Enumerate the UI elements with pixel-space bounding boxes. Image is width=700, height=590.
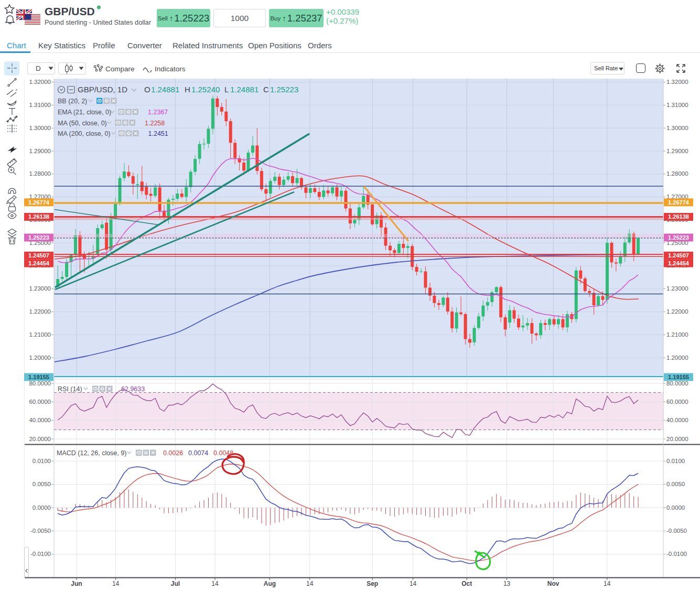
svg-text:13: 13 bbox=[503, 580, 511, 587]
svg-text:62.9633: 62.9633 bbox=[121, 385, 145, 393]
svg-text:14: 14 bbox=[112, 580, 120, 587]
svg-text:1.32000: 1.32000 bbox=[666, 79, 688, 85]
svg-text:1.28000: 1.28000 bbox=[29, 170, 51, 177]
svg-text:1.26138: 1.26138 bbox=[668, 213, 689, 220]
svg-text:0.0100: 0.0100 bbox=[666, 458, 685, 464]
svg-text:1.23000: 1.23000 bbox=[29, 285, 51, 292]
svg-text:0.0074: 0.0074 bbox=[188, 449, 208, 457]
svg-text:0.0000: 0.0000 bbox=[666, 505, 685, 511]
svg-text:1.19155: 1.19155 bbox=[28, 374, 49, 380]
svg-text:GBP/USD, 1D: GBP/USD, 1D bbox=[78, 85, 127, 94]
svg-text:O: O bbox=[144, 85, 150, 94]
svg-text:1.24881: 1.24881 bbox=[151, 85, 179, 94]
svg-text:1.29000: 1.29000 bbox=[666, 148, 688, 154]
svg-text:MA (200, close, 0): MA (200, close, 0) bbox=[58, 130, 111, 137]
svg-text:0.0026: 0.0026 bbox=[163, 449, 183, 457]
svg-text:14: 14 bbox=[211, 580, 219, 587]
svg-text:1.24454: 1.24454 bbox=[668, 260, 690, 266]
svg-text:1.26774: 1.26774 bbox=[28, 199, 50, 206]
svg-text:1.23000: 1.23000 bbox=[666, 285, 688, 292]
svg-text:1.25223: 1.25223 bbox=[668, 234, 689, 241]
svg-text:1.21000: 1.21000 bbox=[29, 331, 51, 338]
svg-text:RSI (14): RSI (14) bbox=[58, 385, 82, 393]
svg-text:1.22000: 1.22000 bbox=[29, 308, 51, 315]
svg-text:1.24507: 1.24507 bbox=[28, 252, 49, 259]
svg-text:BB (20, 2): BB (20, 2) bbox=[58, 98, 87, 105]
svg-text:1.24507: 1.24507 bbox=[668, 252, 689, 259]
svg-text:Oct: Oct bbox=[461, 580, 472, 587]
svg-text:H: H bbox=[185, 85, 190, 94]
svg-text:Sep: Sep bbox=[367, 580, 378, 587]
svg-text:1.26138: 1.26138 bbox=[28, 213, 49, 220]
svg-text:1.31000: 1.31000 bbox=[29, 102, 51, 108]
svg-text:1.30000: 1.30000 bbox=[666, 125, 688, 131]
svg-text:Aug: Aug bbox=[264, 580, 276, 587]
svg-text:0.0000: 0.0000 bbox=[33, 505, 51, 511]
svg-text:C: C bbox=[263, 85, 269, 94]
svg-text:1.24454: 1.24454 bbox=[28, 260, 50, 266]
svg-text:Nov: Nov bbox=[547, 580, 559, 587]
svg-text:1.25240: 1.25240 bbox=[191, 85, 220, 94]
svg-text:EMA (21, close, 0): EMA (21, close, 0) bbox=[58, 109, 111, 116]
svg-text:1.28000: 1.28000 bbox=[666, 170, 688, 177]
svg-text:1.22000: 1.22000 bbox=[666, 308, 688, 315]
svg-text:1.26774: 1.26774 bbox=[668, 199, 690, 206]
svg-text:-0.0050: -0.0050 bbox=[30, 528, 51, 534]
svg-text:0.0048: 0.0048 bbox=[213, 449, 233, 457]
svg-text:60.0000: 60.0000 bbox=[666, 399, 688, 405]
svg-text:20.0000: 20.0000 bbox=[29, 436, 51, 442]
svg-text:14: 14 bbox=[410, 580, 417, 587]
svg-text:1.21000: 1.21000 bbox=[666, 331, 688, 338]
svg-text:1.20000: 1.20000 bbox=[666, 355, 688, 361]
svg-text:1.24881: 1.24881 bbox=[230, 85, 259, 94]
svg-text:40.0000: 40.0000 bbox=[666, 417, 688, 423]
svg-text:1.19155: 1.19155 bbox=[668, 374, 689, 380]
svg-text:1.29000: 1.29000 bbox=[29, 148, 51, 154]
svg-text:40.0000: 40.0000 bbox=[29, 417, 51, 423]
svg-text:0.0100: 0.0100 bbox=[33, 458, 51, 464]
svg-text:-0.0100: -0.0100 bbox=[666, 551, 687, 557]
svg-text:MACD (12, 26, close, 9): MACD (12, 26, close, 9) bbox=[57, 449, 126, 457]
svg-text:14: 14 bbox=[604, 580, 611, 587]
svg-text:Jun: Jun bbox=[71, 580, 82, 587]
svg-text:14: 14 bbox=[306, 580, 314, 587]
svg-text:1.25223: 1.25223 bbox=[28, 234, 49, 241]
svg-text:1.25223: 1.25223 bbox=[270, 85, 298, 94]
svg-text:MA (50, close, 0): MA (50, close, 0) bbox=[58, 120, 107, 127]
svg-text:60.0000: 60.0000 bbox=[29, 399, 51, 405]
svg-text:1.30000: 1.30000 bbox=[29, 125, 51, 131]
svg-text:1.20000: 1.20000 bbox=[29, 355, 51, 361]
svg-text:1.2367: 1.2367 bbox=[148, 109, 168, 116]
svg-text:1.32000: 1.32000 bbox=[29, 79, 51, 85]
svg-text:1.2258: 1.2258 bbox=[145, 120, 165, 127]
svg-text:20.0000: 20.0000 bbox=[666, 436, 688, 442]
svg-text:1.31000: 1.31000 bbox=[666, 102, 688, 108]
svg-text:1.2451: 1.2451 bbox=[148, 130, 168, 137]
svg-text:0.0050: 0.0050 bbox=[33, 481, 51, 487]
svg-text:-0.0050: -0.0050 bbox=[666, 528, 687, 534]
svg-text:0.0050: 0.0050 bbox=[666, 481, 685, 487]
svg-text:-0.0100: -0.0100 bbox=[30, 551, 51, 557]
svg-text:Jul: Jul bbox=[171, 580, 180, 587]
svg-text:L: L bbox=[224, 85, 229, 94]
